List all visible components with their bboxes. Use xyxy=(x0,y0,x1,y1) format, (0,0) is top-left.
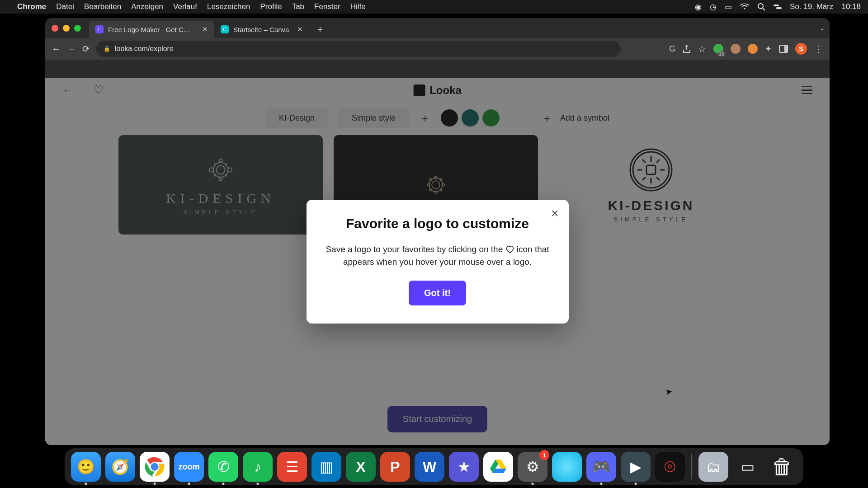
spotlight-icon[interactable] xyxy=(757,3,765,11)
menubar-time[interactable]: 10:18 xyxy=(841,2,861,11)
profile-avatar[interactable]: S xyxy=(795,43,807,55)
translate-icon[interactable]: G xyxy=(669,44,675,54)
tab-inactive[interactable]: C Startseite – Canva ✕ xyxy=(214,21,309,38)
menu-lesezeichen[interactable]: Lesezeichen xyxy=(207,2,250,11)
svg-rect-3 xyxy=(776,7,782,9)
zoom-app-icon[interactable]: zoom xyxy=(174,452,204,482)
svg-line-1 xyxy=(763,8,765,10)
powerpoint-app-icon[interactable]: P xyxy=(380,452,410,482)
finder-app-icon[interactable]: 🙂 xyxy=(71,452,101,482)
drive-app-icon[interactable] xyxy=(483,452,513,482)
modal-close-button[interactable]: ✕ xyxy=(551,208,559,220)
nav-reload-button[interactable]: ⟳ xyxy=(82,43,90,54)
wifi-icon[interactable] xyxy=(740,4,749,10)
menu-anzeigen[interactable]: Anzeigen xyxy=(131,2,163,11)
dock-separator xyxy=(691,454,692,479)
bookmark-star-icon[interactable]: ☆ xyxy=(698,43,706,54)
canva-favicon-icon: C xyxy=(221,25,229,33)
menubar-app-name[interactable]: Chrome xyxy=(17,2,46,11)
modal-body: Save a logo to your favorites by clickin… xyxy=(325,243,551,268)
menu-fenster[interactable]: Fenster xyxy=(314,2,340,11)
svg-rect-2 xyxy=(774,5,779,6)
extension-icon[interactable] xyxy=(731,44,741,54)
excel-app-icon[interactable]: X xyxy=(346,452,376,482)
window-close-button[interactable] xyxy=(52,25,58,32)
url-text: looka.com/explore xyxy=(115,45,174,53)
menu-profile[interactable]: Profile xyxy=(260,2,282,11)
menu-datei[interactable]: Datei xyxy=(56,2,74,11)
tab-title: Startseite – Canva xyxy=(233,26,289,33)
modal-body-text: Save a logo to your favorites by clickin… xyxy=(326,244,505,254)
macos-dock: 🙂 🧭 zoom ✆ ♪ ☰ ▥ X P W ★ ⚙1 🎮 ▶ ⦾ 🗂 ▭ 🗑 xyxy=(65,448,803,485)
tab-active[interactable]: L Free Logo Maker - Get Custom ✕ xyxy=(89,21,214,38)
trello-app-icon[interactable]: ▥ xyxy=(311,452,341,482)
tab-close-icon[interactable]: ✕ xyxy=(297,25,303,33)
svg-point-0 xyxy=(758,4,763,9)
lock-icon: 🔒 xyxy=(104,46,110,52)
button-label: Got it! xyxy=(424,288,451,298)
battery-icon[interactable]: ▭ xyxy=(725,2,732,12)
imovie-app-icon[interactable]: ★ xyxy=(449,452,479,482)
omnibox[interactable]: 🔒 looka.com/explore xyxy=(96,41,621,57)
badge: 1 xyxy=(539,450,549,460)
tab-overflow-icon[interactable]: ⌄ xyxy=(820,24,825,32)
new-tab-button[interactable]: ＋ xyxy=(316,23,325,35)
screen-record-icon[interactable]: ◉ xyxy=(695,2,702,12)
modal-title: Favorite a logo to customize xyxy=(325,216,551,231)
got-it-button[interactable]: Got it! xyxy=(409,281,466,305)
sidepanel-icon[interactable] xyxy=(779,45,788,53)
todoist-app-icon[interactable]: ☰ xyxy=(277,452,307,482)
tab-close-icon[interactable]: ✕ xyxy=(202,25,208,33)
spotify-app-icon[interactable]: ♪ xyxy=(243,452,273,482)
menu-bearbeiten[interactable]: Bearbeiten xyxy=(84,2,121,11)
menu-verlauf[interactable]: Verlauf xyxy=(173,2,197,11)
looka-favicon-icon: L xyxy=(95,25,104,33)
quicktime-app-icon[interactable]: ▶ xyxy=(621,452,651,482)
voice-memos-app-icon[interactable]: ⦾ xyxy=(655,452,685,482)
trash-icon[interactable]: 🗑 xyxy=(767,452,797,482)
loom-icon[interactable]: ◷ xyxy=(710,2,717,12)
menubar-date[interactable]: So. 19. März xyxy=(790,2,833,11)
svg-rect-5 xyxy=(784,45,788,52)
macos-menubar: Chrome Datei Bearbeiten Anzeigen Verlauf… xyxy=(0,0,868,14)
extension-icon[interactable] xyxy=(748,44,758,54)
toolbar-gap xyxy=(45,60,830,78)
discord-app-icon[interactable]: 🎮 xyxy=(586,452,616,482)
window-minimize-button[interactable] xyxy=(63,25,70,32)
share-icon[interactable] xyxy=(683,44,691,53)
extension-evernote-icon[interactable]: 13 xyxy=(713,44,723,54)
tab-title: Free Logo Maker - Get Custom xyxy=(108,26,194,33)
extensions-puzzle-icon[interactable]: ✦ xyxy=(765,44,772,54)
menu-tab[interactable]: Tab xyxy=(292,2,304,11)
chrome-menu-icon[interactable]: ⋮ xyxy=(814,43,823,54)
window-maximize-button[interactable] xyxy=(74,25,81,32)
settings-app-icon[interactable]: ⚙1 xyxy=(518,452,547,482)
chrome-window: L Free Logo Maker - Get Custom ✕ C Start… xyxy=(45,18,830,445)
address-bar: ← → ⟳ 🔒 looka.com/explore G ☆ 13 ✦ S ⋮ xyxy=(45,38,830,60)
nav-forward-button[interactable]: → xyxy=(67,44,76,54)
dock-minimized-window[interactable]: ▭ xyxy=(733,452,763,482)
whatsapp-app-icon[interactable]: ✆ xyxy=(208,452,238,482)
messages-app-icon[interactable] xyxy=(552,452,582,482)
dock-folder-icon[interactable]: 🗂 xyxy=(698,452,728,482)
svg-point-26 xyxy=(151,463,158,470)
heart-icon xyxy=(505,245,514,253)
onboarding-modal: ✕ Favorite a logo to customize Save a lo… xyxy=(307,200,569,324)
nav-back-button[interactable]: ← xyxy=(52,44,61,54)
control-center-icon[interactable] xyxy=(774,4,782,10)
menu-hilfe[interactable]: Hilfe xyxy=(350,2,366,11)
tab-bar: L Free Logo Maker - Get Custom ✕ C Start… xyxy=(45,18,830,38)
chrome-app-icon[interactable] xyxy=(140,452,170,482)
word-app-icon[interactable]: W xyxy=(415,452,444,482)
safari-app-icon[interactable]: 🧭 xyxy=(105,452,135,482)
